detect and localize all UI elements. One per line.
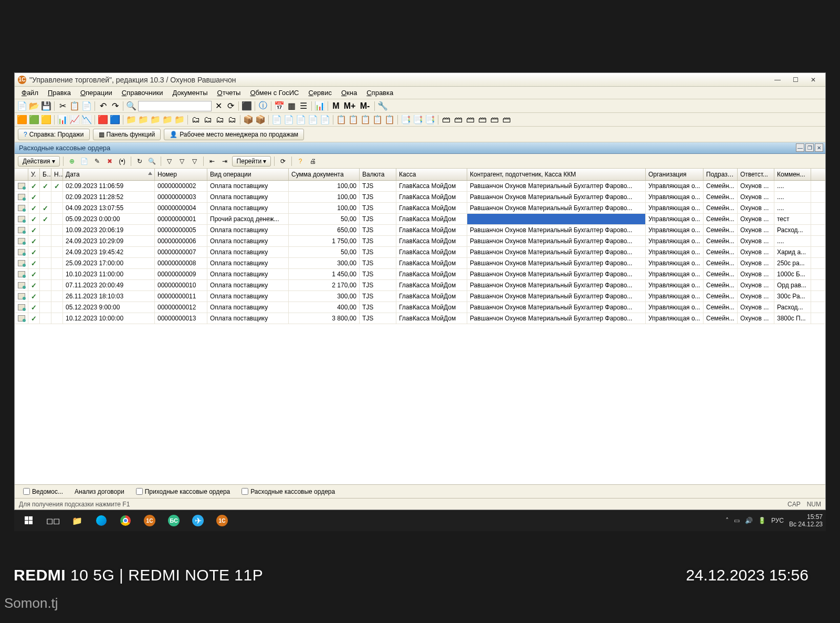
tray-lang[interactable]: РУС (771, 517, 784, 524)
table-row[interactable]: ✓10.09.2023 20:06:1900000000005Оплата по… (15, 225, 825, 236)
tb2-33-icon[interactable]: 🗃 (441, 115, 452, 125)
table-row[interactable]: ✓05.12.2023 9:00:0000000000012Оплата пос… (15, 302, 825, 313)
menu-documents[interactable]: Документы (167, 87, 212, 98)
chart-icon[interactable]: 📊 (314, 101, 325, 111)
menu-file[interactable]: Файл (17, 87, 43, 98)
taskview-icon[interactable]: ◻◻ (41, 511, 65, 530)
tb2-6-icon[interactable]: 📉 (81, 115, 92, 125)
table-row[interactable]: ✓02.09.2023 11:28:5200000000003Оплата по… (15, 192, 825, 203)
refresh2-icon[interactable]: ↻ (134, 156, 145, 167)
bottom-tab-vedomost[interactable]: Ведомос... (19, 487, 67, 496)
find-icon[interactable]: 🔍 (147, 156, 158, 167)
col-number[interactable]: Номер (155, 169, 207, 180)
tray-volume-icon[interactable]: 🔊 (745, 517, 753, 524)
menu-gosis[interactable]: Обмен с ГосИС (245, 87, 303, 98)
list-icon[interactable]: ☰ (298, 101, 309, 111)
tb2-24-icon[interactable]: 📄 (320, 115, 330, 125)
col-currency[interactable]: Валюта (360, 169, 396, 180)
menu-service[interactable]: Сервис (303, 87, 337, 98)
tb2-2-icon[interactable]: 🟩 (29, 115, 39, 125)
menu-help[interactable]: Справка (362, 87, 398, 98)
col-kassa[interactable]: Касса (396, 169, 467, 180)
goto-dropdown[interactable]: Перейти ▾ (232, 156, 271, 167)
col-status[interactable] (15, 169, 28, 180)
menu-operations[interactable]: Операции (76, 87, 117, 98)
app3-icon[interactable]: 1С (211, 511, 234, 530)
tb2-11-icon[interactable]: 📁 (150, 115, 161, 125)
tb2-10-icon[interactable]: 📁 (138, 115, 149, 125)
filter2-icon[interactable]: ▽ (177, 156, 187, 167)
print-icon[interactable]: 🖨 (308, 156, 318, 167)
menu-reports[interactable]: Отчеты (213, 87, 246, 98)
paste-icon[interactable]: 📄 (81, 101, 92, 111)
table-row[interactable]: ✓✓04.09.2023 13:07:5500000000004Оплата п… (15, 203, 825, 214)
tray-chevron-icon[interactable]: ˄ (726, 517, 729, 524)
grid-body[interactable]: ✓✓✓02.09.2023 11:06:5900000000002Оплата … (15, 181, 825, 484)
table-row[interactable]: ✓24.09.2023 10:29:0900000000006Оплата по… (15, 236, 825, 247)
tab-minimize-icon[interactable]: — (796, 143, 804, 152)
menu-windows[interactable]: Окна (337, 87, 362, 98)
col-b[interactable]: Б. (40, 169, 51, 180)
manager-workplace-button[interactable]: 👤Рабочее место менеджера по продажам (164, 129, 304, 140)
table-row[interactable]: ✓10.10.2023 11:00:0000000000009Оплата по… (15, 269, 825, 280)
tab-close-icon[interactable]: ✕ (815, 143, 823, 152)
table-row[interactable]: ✓10.12.2023 10:00:0000000000013Оплата по… (15, 313, 825, 324)
menu-edit[interactable]: Правка (43, 87, 76, 98)
chrome-icon[interactable] (114, 511, 137, 530)
interval-icon[interactable]: (•) (117, 156, 128, 167)
tb2-14-icon[interactable]: 🗂 (191, 115, 201, 125)
col-date[interactable]: Дата (63, 169, 155, 180)
calendar-icon[interactable]: 📅 (274, 101, 285, 111)
nav1-icon[interactable]: ⇤ (207, 156, 217, 167)
system-tray[interactable]: ˄ ▭ 🔊 🔋 РУС 15:57 Вс 24.12.23 (726, 513, 823, 528)
zoom-icon[interactable]: 🔍 (126, 101, 136, 111)
tray-network-icon[interactable]: ▭ (734, 517, 740, 524)
tb2-8-icon[interactable]: 🟦 (110, 115, 120, 125)
col-responsible[interactable]: Ответст... (738, 169, 774, 180)
table-row[interactable]: ✓26.11.2023 18:10:0300000000011Оплата по… (15, 291, 825, 302)
col-n[interactable]: Н. (51, 169, 63, 180)
maximize-button[interactable]: ☐ (786, 75, 804, 85)
m-button[interactable]: M (331, 101, 341, 111)
add-icon[interactable]: ⊕ (67, 156, 77, 167)
clear-icon[interactable]: ✕ (213, 101, 224, 111)
mminus-button[interactable]: M- (358, 101, 372, 111)
tab-restore-icon[interactable]: ❐ (805, 143, 814, 152)
table-row[interactable]: ✓25.09.2023 17:00:0000000000008Оплата по… (15, 258, 825, 269)
tb2-37-icon[interactable]: 🗃 (489, 115, 500, 125)
tb2-18-icon[interactable]: 📦 (243, 115, 254, 125)
actions-dropdown[interactable]: Действия ▾ (18, 156, 60, 167)
copy-icon[interactable]: 📋 (69, 101, 80, 111)
grid-icon[interactable]: ▦ (286, 101, 297, 111)
app2-icon[interactable]: БС (162, 511, 185, 530)
new-icon[interactable]: 📄 (17, 101, 27, 111)
menu-catalogs[interactable]: Справочники (117, 87, 168, 98)
col-sum[interactable]: Сумма документа (289, 169, 360, 180)
col-org[interactable]: Организация (646, 169, 704, 180)
refresh3-icon[interactable]: ⟳ (278, 156, 288, 167)
tb2-23-icon[interactable]: 📄 (308, 115, 318, 125)
col-contractor[interactable]: Контрагент, подотчетник, Касса ККМ (467, 169, 646, 180)
redo-icon[interactable]: ↷ (110, 101, 120, 111)
cut-icon[interactable]: ✂ (57, 101, 68, 111)
bottom-tab-analysis[interactable]: Анализ договори (70, 487, 129, 496)
copy-doc-icon[interactable]: 📄 (79, 156, 90, 167)
open-icon[interactable]: 📂 (29, 101, 39, 111)
filter3-icon[interactable]: ▽ (190, 156, 200, 167)
refresh-icon[interactable]: ⟳ (225, 101, 236, 111)
tb2-3-icon[interactable]: 🟨 (41, 115, 51, 125)
delete-icon[interactable]: ✖ (104, 156, 115, 167)
tb2-13-icon[interactable]: 📁 (174, 115, 185, 125)
tb2-32-icon[interactable]: 📑 (425, 115, 435, 125)
tb2-1-icon[interactable]: 🟧 (17, 115, 27, 125)
tb2-5-icon[interactable]: 📈 (69, 115, 80, 125)
table-row[interactable]: ✓✓05.09.2023 0:00:0000000000001Прочий ра… (15, 214, 825, 225)
tb2-35-icon[interactable]: 🗃 (465, 115, 476, 125)
tb2-12-icon[interactable]: 📁 (162, 115, 173, 125)
function-panel-button[interactable]: ▦Панель функций (93, 129, 161, 140)
col-u[interactable]: У. (28, 169, 40, 180)
tb2-38-icon[interactable]: 🗃 (501, 115, 512, 125)
tb2-27-icon[interactable]: 📋 (360, 115, 371, 125)
help-icon[interactable]: ⓘ (258, 101, 268, 111)
tb2-16-icon[interactable]: 🗂 (215, 115, 225, 125)
